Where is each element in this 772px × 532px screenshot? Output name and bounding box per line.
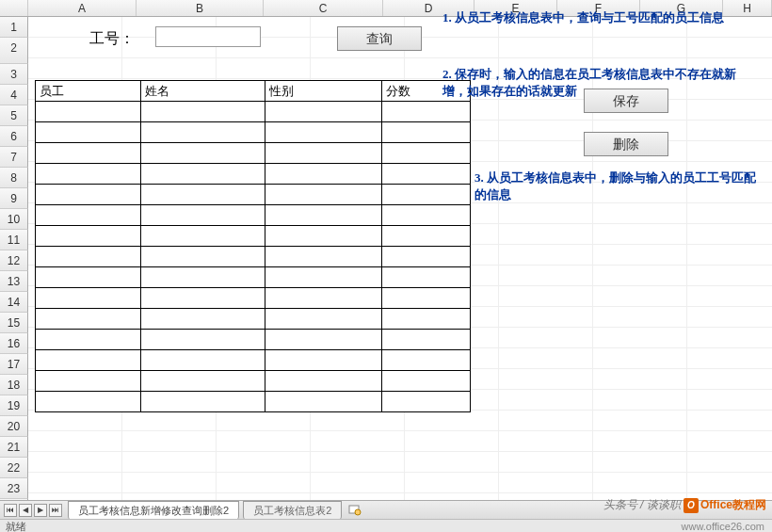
- table-cell[interactable]: [382, 330, 471, 350]
- table-row[interactable]: [36, 247, 471, 267]
- table-cell[interactable]: [382, 185, 471, 205]
- row-header-15[interactable]: 15: [0, 313, 28, 333]
- table-cell[interactable]: [382, 102, 471, 122]
- row-header-9[interactable]: 9: [0, 188, 28, 209]
- table-cell[interactable]: [141, 309, 265, 330]
- table-cell[interactable]: [141, 102, 265, 122]
- table-cell[interactable]: [382, 122, 471, 143]
- row-header-4[interactable]: 4: [0, 85, 28, 105]
- sheet-tab-2[interactable]: 员工考核信息表2: [243, 501, 342, 520]
- table-cell[interactable]: [36, 185, 141, 205]
- table-cell[interactable]: [141, 330, 265, 350]
- table-cell[interactable]: [265, 102, 382, 122]
- row-header-2[interactable]: 2: [0, 38, 28, 64]
- table-row[interactable]: [36, 392, 471, 412]
- table-cell[interactable]: [141, 185, 265, 205]
- col-header-B[interactable]: B: [137, 0, 264, 16]
- select-all-corner[interactable]: [0, 0, 28, 16]
- row-header-10[interactable]: 10: [0, 209, 28, 230]
- table-row[interactable]: [36, 205, 471, 226]
- table-row[interactable]: [36, 164, 471, 185]
- row-header-3[interactable]: 3: [0, 64, 28, 85]
- row-header-8[interactable]: 8: [0, 168, 28, 188]
- table-row[interactable]: [36, 102, 471, 122]
- table-cell[interactable]: [36, 143, 141, 164]
- row-header-16[interactable]: 16: [0, 333, 28, 354]
- delete-button[interactable]: 删除: [584, 132, 668, 156]
- table-cell[interactable]: [382, 350, 471, 371]
- table-cell[interactable]: [141, 205, 265, 226]
- row-header-7[interactable]: 7: [0, 147, 28, 168]
- table-row[interactable]: [36, 288, 471, 309]
- table-row[interactable]: [36, 185, 471, 205]
- tab-nav-prev-icon[interactable]: ◀: [19, 504, 32, 517]
- table-cell[interactable]: [141, 288, 265, 309]
- table-cell[interactable]: [265, 143, 382, 164]
- table-cell[interactable]: [382, 205, 471, 226]
- table-row[interactable]: [36, 330, 471, 350]
- table-row[interactable]: [36, 143, 471, 164]
- table-cell[interactable]: [36, 350, 141, 371]
- row-header-12[interactable]: 12: [0, 250, 28, 271]
- table-row[interactable]: [36, 226, 471, 247]
- query-button[interactable]: 查询: [337, 26, 422, 51]
- table-cell[interactable]: [265, 371, 382, 392]
- table-cell[interactable]: [36, 102, 141, 122]
- row-header-21[interactable]: 21: [0, 437, 28, 458]
- row-header-20[interactable]: 20: [0, 416, 28, 437]
- table-cell[interactable]: [36, 309, 141, 330]
- row-header-18[interactable]: 18: [0, 375, 28, 395]
- row-header-22[interactable]: 22: [0, 458, 28, 478]
- table-cell[interactable]: [36, 288, 141, 309]
- table-cell[interactable]: [141, 247, 265, 267]
- table-row[interactable]: [36, 122, 471, 143]
- table-cell[interactable]: [265, 185, 382, 205]
- table-cell[interactable]: [36, 247, 141, 267]
- table-cell[interactable]: [265, 164, 382, 185]
- table-cell[interactable]: [36, 205, 141, 226]
- table-cell[interactable]: [36, 164, 141, 185]
- row-header-11[interactable]: 11: [0, 230, 28, 250]
- row-header-5[interactable]: 5: [0, 105, 28, 126]
- table-cell[interactable]: [141, 226, 265, 247]
- table-row[interactable]: [36, 371, 471, 392]
- table-cell[interactable]: [265, 392, 382, 412]
- table-cell[interactable]: [265, 122, 382, 143]
- table-cell[interactable]: [265, 330, 382, 350]
- table-cell[interactable]: [382, 226, 471, 247]
- table-cell[interactable]: [265, 288, 382, 309]
- row-header-23[interactable]: 23: [0, 478, 28, 499]
- table-cell[interactable]: [36, 226, 141, 247]
- table-cell[interactable]: [36, 267, 141, 288]
- table-cell[interactable]: [382, 309, 471, 330]
- table-cell[interactable]: [382, 371, 471, 392]
- table-cell[interactable]: [265, 247, 382, 267]
- row-header-17[interactable]: 17: [0, 354, 28, 375]
- row-header-6[interactable]: 6: [0, 126, 28, 147]
- table-cell[interactable]: [265, 205, 382, 226]
- sheet-tab-1[interactable]: 员工考核信息新增修改查询删除2: [68, 501, 239, 520]
- table-cell[interactable]: [382, 288, 471, 309]
- table-cell[interactable]: [141, 392, 265, 412]
- tab-nav-first-icon[interactable]: ⏮: [4, 504, 17, 517]
- table-cell[interactable]: [36, 371, 141, 392]
- table-cell[interactable]: [382, 164, 471, 185]
- table-cell[interactable]: [141, 122, 265, 143]
- table-cell[interactable]: [36, 330, 141, 350]
- table-row[interactable]: [36, 267, 471, 288]
- table-cell[interactable]: [36, 392, 141, 412]
- table-cell[interactable]: [382, 143, 471, 164]
- new-sheet-icon[interactable]: [347, 504, 362, 517]
- table-cell[interactable]: [265, 309, 382, 330]
- table-cell[interactable]: [382, 247, 471, 267]
- table-row[interactable]: [36, 350, 471, 371]
- table-cell[interactable]: [382, 392, 471, 412]
- table-row[interactable]: [36, 309, 471, 330]
- tab-nav-last-icon[interactable]: ⏭: [49, 504, 62, 517]
- emp-id-input[interactable]: [155, 26, 261, 47]
- table-cell[interactable]: [141, 267, 265, 288]
- table-cell[interactable]: [265, 350, 382, 371]
- table-cell[interactable]: [36, 122, 141, 143]
- tab-nav-next-icon[interactable]: ▶: [34, 504, 47, 517]
- table-cell[interactable]: [382, 267, 471, 288]
